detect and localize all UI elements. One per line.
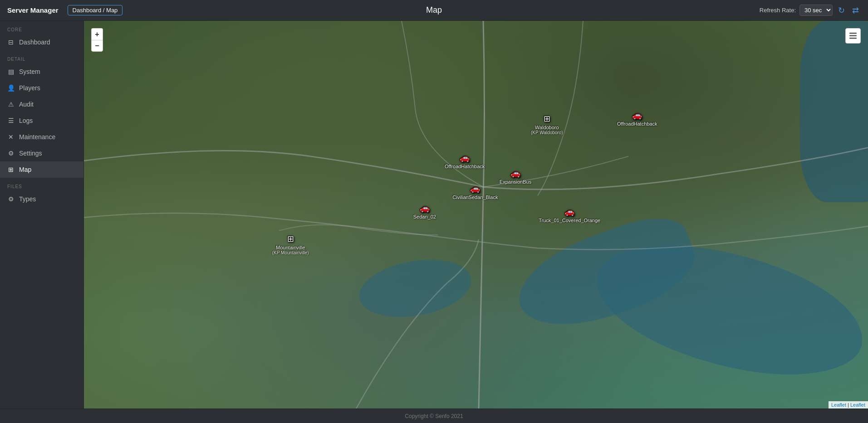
sidebar-item-maintenance[interactable]: ✕ Maintenance xyxy=(0,129,83,145)
vehicle-icon-offroad1: 🚗 xyxy=(460,153,470,163)
zoom-out-button[interactable]: − xyxy=(91,40,103,52)
marker-offroad2[interactable]: 🚗 OffroadHatchback xyxy=(617,110,657,126)
sidebar-item-logs[interactable]: ☰ Logs xyxy=(0,112,83,129)
map-attribution: Leaflet | Leaflet xyxy=(829,401,868,408)
marker-label-waldoboro: Waldoboro xyxy=(535,125,559,130)
maintenance-icon: ✕ xyxy=(7,133,15,141)
marker-expansionbus[interactable]: 🚗 ExpansionBus xyxy=(500,168,531,185)
audit-icon: ⚠ xyxy=(7,101,15,108)
sidebar-label-logs: Logs xyxy=(19,117,33,124)
footer: Copyright © Senfo 2021 xyxy=(0,408,868,423)
map-controls: + − xyxy=(91,28,103,52)
section-core-label: CORE xyxy=(0,21,83,34)
svg-rect-0 xyxy=(849,33,857,34)
leaflet-link2[interactable]: Leaflet xyxy=(850,402,865,408)
vehicle-icon-truck: 🚗 xyxy=(564,207,574,217)
system-icon: ▤ xyxy=(7,68,15,75)
sidebar-item-map[interactable]: ⊞ Map xyxy=(0,161,83,178)
sidebar-label-settings: Settings xyxy=(19,150,42,157)
svg-rect-2 xyxy=(849,38,857,39)
sidebar-item-dashboard[interactable]: ⊟ Dashboard xyxy=(0,34,83,50)
marker-civiliansedan[interactable]: 🚗 CivilianSedan_Black xyxy=(452,184,498,200)
settings-icon: ⚙ xyxy=(7,150,15,157)
settings-icon-button[interactable]: ⇄ xyxy=(850,5,861,16)
sidebar-label-audit: Audit xyxy=(19,101,34,108)
layers-icon xyxy=(848,31,858,40)
marker-offroad1[interactable]: 🚗 OffroadHatchback xyxy=(445,153,485,169)
section-detail-label: DETAIL xyxy=(0,50,83,63)
sidebar-label-maintenance: Maintenance xyxy=(19,133,55,141)
marker-label-expansionbus: ExpansionBus xyxy=(500,179,531,185)
map-area[interactable]: + − ⊞ Waldoboro (KP Waldoboro) ⊞ Mountai… xyxy=(84,21,868,408)
marker-label-mountainville: Mountainville xyxy=(276,245,305,250)
sidebar-label-dashboard: Dashboard xyxy=(19,39,50,46)
sidebar-item-settings[interactable]: ⚙ Settings xyxy=(0,145,83,161)
sidebar-item-players[interactable]: 👤 Players xyxy=(0,80,83,96)
breadcrumb-separator: / xyxy=(103,7,105,14)
breadcrumb-current: Map xyxy=(106,7,118,14)
refresh-icon: ↻ xyxy=(838,6,845,15)
sidebar-label-system: System xyxy=(19,68,40,75)
main-layout: CORE ⊟ Dashboard DETAIL ▤ System 👤 Playe… xyxy=(0,21,868,408)
swap-icon: ⇄ xyxy=(852,6,859,15)
marker-sublabel-mountainville: (KP Mountainville) xyxy=(272,250,309,255)
logs-icon: ☰ xyxy=(7,117,15,124)
water-body-right xyxy=(800,21,868,202)
marker-label-offroad1: OffroadHatchback xyxy=(445,164,485,169)
section-files-label: FILES xyxy=(0,178,83,191)
sidebar-label-map: Map xyxy=(19,166,31,173)
map-icon: ⊞ xyxy=(7,166,15,173)
vehicle-icon-offroad2: 🚗 xyxy=(632,110,642,120)
layer-control-button[interactable] xyxy=(845,28,861,44)
topbar: Server Manager Dashboard / Map Map Refre… xyxy=(0,0,868,21)
sidebar-item-audit[interactable]: ⚠ Audit xyxy=(0,96,83,112)
refresh-button[interactable]: ↻ xyxy=(836,5,847,16)
vehicle-icon-civiliansedan: 🚗 xyxy=(470,184,480,194)
sidebar-label-players: Players xyxy=(19,84,40,92)
marker-mountainville[interactable]: ⊞ Mountainville (KP Mountainville) xyxy=(272,234,309,255)
marker-label-truck: Truck_01_Covered_Orange xyxy=(539,218,600,223)
players-icon: 👤 xyxy=(7,84,15,92)
refresh-label: Refresh Rate: xyxy=(760,7,796,14)
dashboard-icon: ⊟ xyxy=(7,39,15,46)
breadcrumb-dashboard[interactable]: Dashboard xyxy=(73,7,102,14)
refresh-rate-select[interactable]: 10 sec 30 sec 60 sec 5 min xyxy=(799,5,833,16)
marker-waldoboro[interactable]: ⊞ Waldoboro (KP Waldoboro) xyxy=(531,114,563,135)
sidebar-item-types[interactable]: ⚙ Types xyxy=(0,191,83,207)
leaflet-link1[interactable]: Leaflet xyxy=(831,402,846,408)
types-icon: ⚙ xyxy=(7,195,15,203)
marker-label-civiliansedan: CivilianSedan_Black xyxy=(452,194,498,200)
sidebar-item-system[interactable]: ▤ System xyxy=(0,63,83,80)
breadcrumb[interactable]: Dashboard / Map xyxy=(68,5,123,15)
zoom-in-button[interactable]: + xyxy=(91,28,103,40)
marker-truck-orange[interactable]: 🚗 Truck_01_Covered_Orange xyxy=(539,207,600,223)
svg-rect-1 xyxy=(849,35,857,37)
location-icon-waldoboro: ⊞ xyxy=(544,114,550,124)
marker-label-offroad2: OffroadHatchback xyxy=(617,121,657,126)
vehicle-icon-sedan02: 🚗 xyxy=(420,203,430,213)
page-title: Map xyxy=(426,5,442,15)
marker-sublabel-waldoboro: (KP Waldoboro) xyxy=(531,130,563,135)
marker-label-sedan02: Sedan_02 xyxy=(413,214,436,219)
sidebar: CORE ⊟ Dashboard DETAIL ▤ System 👤 Playe… xyxy=(0,21,84,408)
copyright-text: Copyright © Senfo 2021 xyxy=(405,413,463,419)
right-controls: Refresh Rate: 10 sec 30 sec 60 sec 5 min… xyxy=(760,5,861,16)
sidebar-label-types: Types xyxy=(19,195,36,203)
app-title: Server Manager xyxy=(7,6,59,14)
vehicle-icon-expansionbus: 🚗 xyxy=(510,168,520,178)
location-icon-mountainville: ⊞ xyxy=(287,234,294,244)
marker-sedan02[interactable]: 🚗 Sedan_02 xyxy=(413,203,436,219)
